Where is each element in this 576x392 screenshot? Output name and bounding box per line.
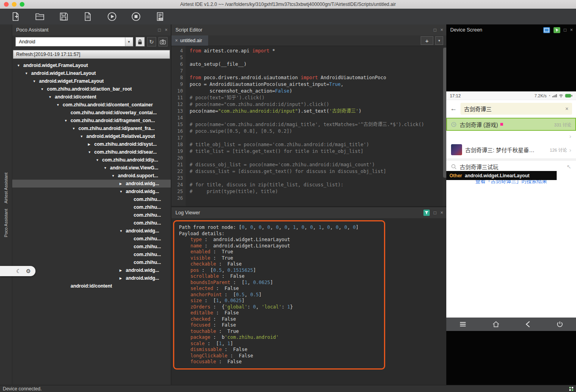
- close-tab-icon[interactable]: ×: [175, 38, 178, 43]
- float-panel-icon[interactable]: □: [434, 210, 436, 216]
- tree-node[interactable]: ▶android.widg...: [12, 266, 171, 274]
- power-icon[interactable]: [556, 321, 563, 328]
- tree-node-selected[interactable]: ▶android.widg...: [12, 180, 171, 188]
- stop-script-button[interactable]: [130, 11, 142, 22]
- tree-node[interactable]: com.zhihu...: [12, 219, 171, 227]
- tree-node[interactable]: ▼android.widg...: [12, 188, 171, 195]
- tab-airtest-assistant[interactable]: Airtest Assistant: [4, 173, 8, 203]
- tree-node[interactable]: ▼android.widget.RelativeLayout: [12, 132, 171, 140]
- float-panel-icon[interactable]: □: [434, 27, 436, 33]
- tab-poco-assistant[interactable]: Poco Assistant: [4, 209, 8, 237]
- tree-expand-icon[interactable]: ▼: [25, 72, 31, 75]
- tree-node-label: com.zhihu.android:id/parent_fra...: [78, 126, 155, 131]
- new-tab-button[interactable]: +: [421, 36, 433, 45]
- float-panel-icon[interactable]: □: [564, 27, 567, 33]
- home-icon[interactable]: [492, 321, 500, 328]
- close-panel-icon[interactable]: ×: [165, 27, 168, 33]
- save-script-button[interactable]: [58, 11, 69, 22]
- new-script-button[interactable]: [10, 11, 21, 22]
- tree-node[interactable]: ▼android.view.ViewG...: [12, 164, 171, 172]
- refresh-timestamp-button[interactable]: Refresh:[2019-01-19 17:11:57]: [13, 50, 170, 59]
- back-nav-icon[interactable]: [525, 321, 531, 328]
- tree-expand-icon[interactable]: ▼: [64, 119, 71, 123]
- settings-gear-icon[interactable]: ⚙: [26, 268, 31, 274]
- clear-search-icon[interactable]: ×: [565, 106, 569, 112]
- theme-moon-icon[interactable]: ☾: [16, 268, 21, 274]
- search-result-item-covered[interactable]: ›: [446, 131, 576, 141]
- device-type-select[interactable]: Android ▾: [15, 37, 133, 46]
- tree-node[interactable]: ▼android.widget.FrameLayout: [12, 61, 171, 69]
- tree-node[interactable]: com.zhihu...: [12, 251, 171, 258]
- screenshot-button[interactable]: [158, 37, 168, 46]
- tree-expand-icon[interactable]: ▼: [104, 166, 110, 170]
- tab-untitled-air[interactable]: × untitled.air: [171, 35, 208, 46]
- tree-node[interactable]: com.zhihu...: [12, 203, 171, 211]
- refresh-tree-button[interactable]: ↻: [147, 37, 156, 46]
- tree-expand-icon[interactable]: ▼: [112, 174, 118, 178]
- tree-expand-icon[interactable]: ▼: [96, 158, 102, 162]
- tree-expand-icon[interactable]: ▶: [119, 277, 126, 280]
- code-line: # discuss_list = [discuss.get_text() for…: [190, 168, 446, 175]
- tree-node[interactable]: com.zhihu.android:id/overlay_contai...: [12, 109, 171, 117]
- tree-node[interactable]: ▼com.zhihu.android:id/parent_fra...: [12, 124, 171, 132]
- tree-expand-icon[interactable]: ▼: [80, 135, 86, 138]
- chevron-down-icon[interactable]: ▾: [125, 37, 133, 46]
- tree-expand-icon[interactable]: ▼: [48, 95, 55, 99]
- tree-node[interactable]: ▼android.widg...: [12, 227, 171, 235]
- log-payload-line: longClickable : False: [179, 353, 379, 359]
- insert-suggestion-icon[interactable]: ↖: [567, 163, 571, 170]
- tree-expand-icon[interactable]: ▼: [119, 190, 126, 193]
- tree-node[interactable]: ▼com.zhihu.android:id/content_container: [12, 101, 171, 109]
- tree-node[interactable]: ▼com.zhihu.android:id/action_bar_root: [12, 85, 171, 93]
- tree-node[interactable]: ▶com.zhihu.android:id/syst...: [12, 140, 171, 148]
- tree-node[interactable]: ▼android.support...: [12, 172, 171, 180]
- close-panel-icon[interactable]: ×: [570, 27, 573, 33]
- close-panel-icon[interactable]: ×: [440, 210, 443, 216]
- tree-expand-icon[interactable]: ▼: [56, 103, 63, 107]
- log-line: Path from root node: [0, 0, 0, 0, 0, 0, …: [179, 225, 379, 231]
- tab-list-dropdown[interactable]: ▾: [435, 36, 443, 45]
- open-script-button[interactable]: [34, 11, 45, 22]
- run-script-button[interactable]: [106, 11, 117, 22]
- menu-icon[interactable]: [459, 321, 467, 328]
- tree-node[interactable]: com.zhihu...: [12, 195, 171, 203]
- tree-node[interactable]: ▼android.widget.LinearLayout: [12, 69, 171, 77]
- tree-expand-icon[interactable]: ▼: [88, 150, 94, 154]
- lock-button[interactable]: [136, 37, 145, 46]
- search-result-item[interactable]: 古剑奇谭三: 梦付千秋星垂野 (游... 126 讨论 ›: [446, 141, 576, 159]
- tree-node[interactable]: ▼com.zhihu.android:id/fragment_con...: [12, 117, 171, 124]
- tree-node[interactable]: com.zhihu...: [12, 235, 171, 243]
- tree-node[interactable]: com.zhihu...: [12, 243, 171, 251]
- phone-status-bar: 17:12 7.2K/s ◔: [446, 91, 576, 100]
- tree-expand-icon[interactable]: ▶: [88, 143, 94, 146]
- float-panel-icon[interactable]: □: [158, 27, 161, 33]
- tree-node[interactable]: ▼android.widget.FrameLayout: [12, 77, 171, 85]
- code-editor[interactable]: from airtest.core.api import * auto_setu…: [186, 46, 446, 206]
- tree-node[interactable]: ▼com.zhihu.android:id/p...: [12, 156, 171, 164]
- tree-expand-icon[interactable]: ▼: [119, 229, 126, 233]
- tree-node[interactable]: ▼android:id/content: [12, 93, 171, 101]
- editor-scrollbar[interactable]: [443, 46, 446, 206]
- tree-node[interactable]: android:id/content: [12, 282, 171, 290]
- search-result-item-highlighted[interactable]: 古剑奇谭 (游戏) 331 讨论: [446, 118, 576, 131]
- toggle-log-button[interactable]: LOG: [155, 11, 166, 22]
- tree-expand-icon[interactable]: ▶: [119, 182, 126, 186]
- display-sync-icon[interactable]: [543, 27, 550, 33]
- tree-node[interactable]: ▶android.widg...: [12, 274, 171, 282]
- save-script-as-button[interactable]: [82, 11, 93, 22]
- search-input[interactable]: 古剑奇谭三 ×: [460, 103, 572, 115]
- tree-node[interactable]: com.zhihu...: [12, 211, 171, 219]
- back-arrow-icon[interactable]: ←: [450, 105, 457, 113]
- close-panel-icon[interactable]: ×: [440, 27, 443, 33]
- tree-expand-icon[interactable]: ▼: [33, 80, 39, 83]
- tree-node-label: com.zhihu.android:id/overlay_contai...: [71, 110, 157, 115]
- log-filter-button[interactable]: [423, 210, 430, 216]
- touch-pointer-icon[interactable]: [554, 27, 560, 33]
- tree-node[interactable]: com.zhihu...: [12, 258, 171, 266]
- device-screen-mirror[interactable]: 17:12 7.2K/s ◔: [446, 91, 576, 331]
- tree-node[interactable]: ▼com.zhihu.android:id/sear...: [12, 148, 171, 156]
- tree-expand-icon[interactable]: ▼: [17, 64, 23, 67]
- tree-expand-icon[interactable]: ▶: [119, 269, 126, 272]
- tree-expand-icon[interactable]: ▼: [41, 87, 47, 91]
- tree-expand-icon[interactable]: ▼: [72, 127, 78, 130]
